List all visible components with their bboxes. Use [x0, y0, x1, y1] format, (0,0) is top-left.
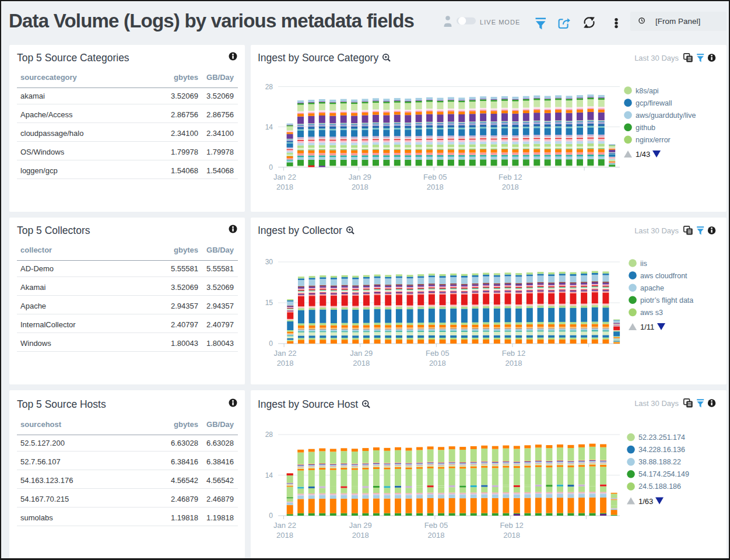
svg-text:14: 14: [265, 123, 273, 131]
svg-text:aws s3: aws s3: [640, 309, 663, 317]
svg-text:0: 0: [269, 163, 273, 172]
svg-text:aws cloudfront: aws cloudfront: [640, 272, 687, 280]
svg-text:Feb 12: Feb 12: [502, 349, 525, 358]
svg-text:iis: iis: [640, 260, 647, 268]
svg-text:1/43: 1/43: [636, 150, 650, 159]
svg-text:Feb 12: Feb 12: [500, 521, 523, 530]
svg-text:Feb 05: Feb 05: [423, 173, 447, 181]
svg-text:38.88.188.22: 38.88.188.22: [638, 458, 681, 466]
svg-text:2018: 2018: [352, 531, 369, 540]
svg-text:k8s/api: k8s/api: [636, 87, 659, 95]
svg-text:Jan 29: Jan 29: [350, 349, 373, 358]
svg-text:24.5.188.186: 24.5.188.186: [638, 482, 681, 491]
svg-text:1/63: 1/63: [638, 497, 653, 506]
svg-text:Feb 05: Feb 05: [426, 349, 449, 358]
svg-text:2018: 2018: [276, 183, 293, 191]
svg-text:nginx/error: nginx/error: [636, 136, 671, 144]
svg-text:2018: 2018: [277, 359, 294, 368]
svg-text:2018: 2018: [429, 359, 446, 368]
svg-text:piotr’s flight data: piotr’s flight data: [640, 296, 693, 304]
svg-text:0: 0: [269, 340, 273, 348]
svg-text:Jan 22: Jan 22: [274, 349, 297, 358]
svg-text:2018: 2018: [427, 183, 444, 191]
svg-text:2018: 2018: [502, 183, 519, 191]
svg-text:28: 28: [265, 430, 273, 439]
svg-text:2018: 2018: [427, 531, 444, 540]
svg-text:Last 30 Days: Last 30 Days: [634, 226, 679, 235]
svg-text:14: 14: [265, 471, 273, 480]
svg-text:Feb 05: Feb 05: [424, 521, 448, 530]
svg-text:1/11: 1/11: [640, 323, 654, 331]
svg-text:2018: 2018: [276, 531, 293, 540]
svg-text:Last 30 Days: Last 30 Days: [634, 54, 679, 62]
svg-text:52.23.251.174: 52.23.251.174: [638, 433, 685, 442]
svg-text:Jan 22: Jan 22: [273, 521, 296, 530]
svg-text:54.174.254.149: 54.174.254.149: [638, 470, 689, 478]
svg-text:28: 28: [265, 83, 273, 91]
svg-text:apache: apache: [640, 284, 664, 292]
svg-text:0: 0: [269, 512, 273, 520]
svg-text:2018: 2018: [352, 183, 368, 191]
svg-text:gcp/firewall: gcp/firewall: [636, 99, 672, 107]
svg-text:30: 30: [265, 258, 273, 266]
svg-text:15: 15: [265, 299, 273, 307]
svg-text:Last 30 Days: Last 30 Days: [634, 399, 679, 408]
svg-text:34.228.16.136: 34.228.16.136: [638, 446, 685, 454]
svg-text:2018: 2018: [503, 531, 520, 540]
svg-text:Jan 29: Jan 29: [349, 521, 372, 530]
svg-text:Jan 22: Jan 22: [273, 173, 296, 181]
svg-text:aws/guardduty/live: aws/guardduty/live: [636, 111, 696, 120]
svg-text:Feb 12: Feb 12: [499, 173, 522, 181]
svg-text:2018: 2018: [353, 359, 370, 368]
svg-text:Jan 29: Jan 29: [349, 173, 371, 181]
svg-text:github: github: [636, 124, 655, 132]
svg-text:2018: 2018: [505, 359, 522, 368]
